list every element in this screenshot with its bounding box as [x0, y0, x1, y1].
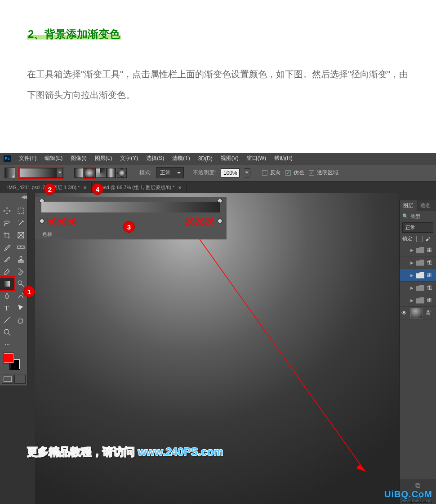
collapse-icon[interactable]: ◀◀ [21, 194, 26, 200]
eraser-tool[interactable] [0, 265, 14, 278]
layer-row[interactable]: ▶组 [400, 269, 436, 282]
opacity-input[interactable]: 100% [221, 168, 240, 177]
close-icon[interactable]: × [83, 184, 87, 191]
chevron-down-icon [177, 172, 181, 176]
svg-line-0 [192, 229, 365, 472]
visibility-icon[interactable] [401, 272, 408, 279]
hand-tool[interactable] [14, 314, 28, 326]
layer-row[interactable]: ▶组 [400, 294, 436, 307]
menu-window[interactable]: 窗口(W) [247, 155, 266, 162]
eyedropper-tool[interactable] [0, 241, 14, 253]
move-tool[interactable] [0, 205, 14, 217]
menu-3d[interactable]: 3D(D) [198, 155, 213, 162]
search-icon: 🔍 [402, 213, 409, 219]
gradient-preview[interactable] [20, 168, 57, 178]
layer-row-background[interactable]: 👁背 [400, 307, 436, 319]
layer-blend-select[interactable]: 正常 [402, 222, 433, 233]
menu-image[interactable]: 图像(I) [71, 155, 86, 162]
chevron-right-icon[interactable]: ▶ [410, 261, 414, 265]
blend-mode-select[interactable]: 正常 [156, 167, 184, 178]
close-icon[interactable]: × [178, 184, 182, 191]
marquee-tool[interactable] [14, 205, 28, 217]
mode-label: 模式: [139, 169, 151, 177]
wand-tool[interactable] [14, 217, 28, 229]
step-title: 2、背景添加渐变色 [27, 28, 121, 40]
color-swatches[interactable] [0, 350, 27, 373]
current-tool-icon[interactable] [4, 168, 15, 178]
visibility-icon[interactable] [401, 260, 408, 266]
menu-view[interactable]: 视图(V) [221, 155, 239, 162]
gradient-dropdown[interactable] [57, 168, 63, 178]
standard-mode-button[interactable] [2, 375, 13, 384]
layer-row[interactable]: ▶组 [400, 256, 436, 269]
color-stop[interactable] [39, 218, 45, 224]
menu-layer[interactable]: 图层(L) [95, 155, 112, 162]
more-tools[interactable]: ⋯ [0, 338, 14, 350]
chevron-right-icon[interactable]: ▶ [410, 298, 414, 303]
menu-filter[interactable]: 滤镜(T) [172, 155, 190, 162]
svg-point-6 [18, 281, 22, 285]
channels-tab[interactable]: 通道 [417, 200, 434, 211]
stamp-tool[interactable] [14, 253, 28, 265]
folder-icon [416, 272, 424, 279]
layers-panel: 图层 通道 🔍类型 正常 锁定:🖌 ▶组 ▶组 ▶组 ▶组 ▶组 👁背 ⧉ ⋯ [399, 200, 436, 504]
folder-icon [416, 247, 424, 253]
gradient-reflected-button[interactable] [106, 168, 116, 178]
gradient-angle-button[interactable] [95, 168, 105, 178]
zoom-tool[interactable] [0, 326, 14, 338]
color-stop[interactable] [217, 218, 223, 224]
transparency-checkbox[interactable]: ✓透明区域 [309, 169, 338, 177]
visibility-icon[interactable]: 👁 [401, 310, 408, 316]
chevron-right-icon[interactable]: ▶ [410, 273, 414, 278]
chevron-right-icon[interactable]: ▶ [410, 248, 414, 252]
menu-type[interactable]: 文字(Y) [120, 155, 138, 162]
menu-help[interactable]: 帮助(H) [274, 155, 293, 162]
opacity-dropdown[interactable] [244, 168, 250, 177]
frame-tool[interactable] [14, 229, 28, 241]
svg-marker-1 [356, 464, 365, 472]
reverse-checkbox[interactable]: 反向 [262, 169, 281, 177]
dither-checkbox[interactable]: ✓仿色 [285, 169, 304, 177]
path-select-tool[interactable] [14, 302, 28, 314]
layers-tab[interactable]: 图层 [400, 200, 417, 211]
document-tabs: IMG_4211.psd .7% (图层 1 3/8) *× jc.psd @ … [0, 181, 436, 193]
line-tool[interactable] [0, 314, 14, 326]
crop-tool[interactable] [0, 229, 14, 241]
lock-transparency-icon[interactable] [416, 236, 423, 242]
type-tool[interactable]: T [0, 302, 14, 314]
visibility-icon[interactable] [401, 247, 408, 253]
menu-file[interactable]: 文件(F) [19, 155, 36, 162]
visibility-icon[interactable] [401, 297, 408, 304]
gradient-diamond-button[interactable] [117, 168, 127, 178]
visibility-icon[interactable] [401, 285, 408, 291]
link-icon[interactable]: ⧉ [415, 482, 420, 490]
gradient-type-group [74, 168, 127, 178]
ruler-tool[interactable] [14, 241, 28, 253]
menu-bar: Ps 文件(F) 编辑(E) 图像(I) 图层(L) 文字(Y) 选择(S) 滤… [0, 153, 436, 164]
folder-icon [416, 285, 424, 291]
foreground-color[interactable] [4, 353, 13, 363]
gradient-picker[interactable] [20, 168, 63, 178]
quick-mask-button[interactable] [14, 375, 26, 384]
layer-row[interactable]: ▶组 [400, 282, 436, 294]
menu-select[interactable]: 选择(S) [146, 155, 164, 162]
svg-point-8 [4, 329, 9, 334]
gradient-bar[interactable] [41, 202, 220, 212]
layer-filter[interactable]: 🔍类型 [400, 211, 436, 221]
pen-tool[interactable] [0, 290, 14, 302]
gradient-tool[interactable] [0, 278, 14, 290]
chevron-right-icon[interactable]: ▶ [410, 286, 414, 290]
corner-watermark-sub: (www.psahz.com) [400, 499, 432, 503]
history-brush-tool[interactable] [14, 265, 28, 278]
lock-brush-icon[interactable]: 🖌 [425, 236, 430, 242]
annotation-badge-1: 1 [23, 286, 35, 297]
lasso-tool[interactable] [0, 217, 14, 229]
gradient-linear-button[interactable] [74, 168, 84, 178]
layer-row[interactable]: ▶组 [400, 244, 436, 256]
document-tab[interactable]: jc.psd @ 66.7% (组 1, 图层蒙版/8) *× [92, 182, 187, 193]
gradient-radial-button[interactable] [85, 168, 94, 178]
menu-edit[interactable]: 编辑(E) [44, 155, 62, 162]
brush-tool[interactable] [0, 253, 14, 265]
layer-lock-row: 锁定:🖌 [400, 234, 436, 244]
step-description: 在工具箱选择"渐变工具"，点击属性栏上面的渐变色设置颜色，如下图。然后选择"径向… [27, 64, 409, 105]
